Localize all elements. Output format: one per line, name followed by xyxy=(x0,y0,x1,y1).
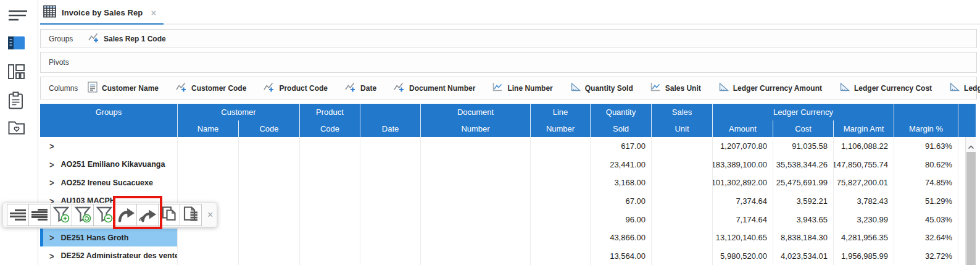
menu-icon[interactable] xyxy=(7,8,27,25)
empty-cell xyxy=(360,210,421,229)
header-customer-group[interactable]: Customer xyxy=(178,104,300,120)
measure-triangle-icon xyxy=(839,82,850,95)
measure-triangle-icon xyxy=(949,82,960,95)
chip-document-number[interactable]: Document Number xyxy=(393,82,475,95)
header-quantity-sold[interactable]: Sold xyxy=(591,120,652,137)
empty-cell xyxy=(652,156,713,174)
empty-cell xyxy=(300,246,360,265)
chip-ledger-currency-margin-amt[interactable]: Ledger Currency Margin Amt xyxy=(949,82,980,95)
header-sales-group[interactable]: Sales xyxy=(652,104,713,120)
header-sales-unit[interactable]: Unit xyxy=(652,120,713,137)
expand-chevron-icon[interactable]: > xyxy=(49,141,54,151)
chip-product-code[interactable]: Product Code xyxy=(263,82,328,95)
favorites-folder-icon[interactable] xyxy=(7,120,27,137)
header-amount[interactable]: Amount xyxy=(713,120,773,137)
group-label: DE252 Administrateur des ventes xyxy=(61,251,178,260)
dashboard-icon[interactable] xyxy=(7,64,27,81)
header-groups[interactable]: Groups xyxy=(40,104,178,120)
group-cell[interactable]: >DE252 Administrateur des ventes xyxy=(40,246,178,265)
empty-cell xyxy=(421,174,531,192)
header-document-group[interactable]: Document xyxy=(421,104,531,120)
collapse-level-button[interactable] xyxy=(7,204,29,226)
group-cell[interactable]: > xyxy=(40,137,178,156)
table-row[interactable]: >DE252 Administrateur des ventes 13,564.… xyxy=(40,246,976,265)
amount-cell: 1,207,070.80 xyxy=(713,137,773,156)
group-label: AO252 Ireneu Sucacuexe xyxy=(61,179,153,187)
header-quantity-group[interactable]: Quantity xyxy=(591,104,652,120)
margin-amt-cell: 3,230.99 xyxy=(834,210,894,229)
empty-cell xyxy=(178,174,239,192)
group-cell[interactable]: >AO252 Ireneu Sucacuexe xyxy=(40,174,178,192)
tab-invoice-by-sales-rep[interactable]: Invoice by Sales Rep × xyxy=(40,0,164,25)
table-row[interactable]: > 617.00 1,207,070.80 91,035.58 1,106,08… xyxy=(40,137,976,156)
group-cell[interactable]: >AO251 Emiliano Kikavuanga xyxy=(40,156,178,174)
chip-line-number[interactable]: Line Number xyxy=(492,82,552,95)
header-margin-amt[interactable]: Margin Amt xyxy=(834,120,894,137)
chip-quantity-sold[interactable]: Quantity Sold xyxy=(570,82,633,95)
table-row[interactable]: >AO252 Ireneu Sucacuexe 3,168.00 101,302… xyxy=(40,174,976,192)
group-cell[interactable]: >DE251 Hans Groth xyxy=(40,229,178,247)
quantity-sold-cell: 617.00 xyxy=(591,137,652,156)
header-document-number[interactable]: Number xyxy=(421,120,531,137)
add-filter-button[interactable] xyxy=(50,204,72,226)
grid-view-icon[interactable] xyxy=(7,36,27,53)
header-line-number[interactable]: Number xyxy=(531,120,591,137)
scrollbar-thumb[interactable] xyxy=(966,152,976,265)
header-date[interactable]: Date xyxy=(360,120,421,137)
toolbar-close-icon[interactable]: × xyxy=(207,209,213,221)
tab-close-icon[interactable]: × xyxy=(151,8,156,18)
chip-sales-unit[interactable]: Sales Unit xyxy=(650,82,701,95)
chip-date[interactable]: Date xyxy=(344,82,376,95)
empty-cell xyxy=(652,174,713,192)
empty-cell xyxy=(300,137,360,156)
header-product-code[interactable]: Code xyxy=(300,120,360,137)
empty-cell xyxy=(300,210,360,229)
empty-cell xyxy=(360,229,421,247)
header-cost[interactable]: Cost xyxy=(773,120,834,137)
cost-cell: 3,943.65 xyxy=(773,210,834,229)
table-row[interactable]: >AO251 Emiliano Kikavuanga 23,441.00 183… xyxy=(40,156,976,174)
header-line-group[interactable]: Line xyxy=(531,104,591,120)
filter-refresh-icon xyxy=(74,205,91,225)
header-customer-code[interactable]: Code xyxy=(239,120,300,137)
vertical-scrollbar[interactable] xyxy=(965,137,976,265)
empty-cell xyxy=(421,229,531,247)
chip-customer-code[interactable]: Customer Code xyxy=(175,82,246,95)
header-ledger-currency-group[interactable]: Ledger Currency xyxy=(713,104,894,120)
empty-cell xyxy=(360,246,421,265)
chip-ledger-currency-amount[interactable]: Ledger Currency Amount xyxy=(718,82,822,95)
expand-level-button[interactable] xyxy=(28,204,51,226)
table-row-selected[interactable]: >DE251 Hans Groth 43,866.00 13,120,140.6… xyxy=(40,229,976,247)
chip-ledger-currency-cost[interactable]: Ledger Currency Cost xyxy=(839,82,932,95)
chip-label: Ledger Currency Amount xyxy=(733,84,822,93)
empty-cell xyxy=(421,137,531,156)
empty-cell xyxy=(531,137,591,156)
empty-cell xyxy=(652,246,713,265)
expand-level-icon xyxy=(31,209,48,221)
amount-cell: 13,120,140.65 xyxy=(713,229,773,247)
expand-chevron-icon[interactable]: > xyxy=(49,232,54,243)
scroll-up-icon[interactable] xyxy=(968,141,974,152)
header-product-group[interactable]: Product xyxy=(300,104,360,120)
amount-cell: 183,389,100.00 xyxy=(713,156,773,174)
clipboard-icon[interactable] xyxy=(7,91,27,109)
remove-filter-button[interactable] xyxy=(93,204,115,226)
expand-chevron-icon[interactable]: > xyxy=(49,177,54,188)
copy-with-values-button[interactable] xyxy=(180,204,202,226)
chip-sales-rep-1-code[interactable]: Sales Rep 1 Code xyxy=(88,32,166,46)
empty-cell xyxy=(652,210,713,229)
margin-amt-cell: 4,281,956.35 xyxy=(834,229,894,247)
amount-cell: 5,980,520.00 xyxy=(713,246,773,265)
floating-toolbar: × xyxy=(2,203,217,227)
quantity-sold-cell: 67.00 xyxy=(591,192,652,211)
header-customer-name[interactable]: Name xyxy=(178,120,239,137)
chip-label: Document Number xyxy=(409,84,475,93)
empty-cell xyxy=(300,229,360,247)
margin-pct-cell: 32.72% xyxy=(894,246,958,265)
chip-customer-name[interactable]: Customer Name xyxy=(88,82,159,95)
margin-pct-cell: 45.03% xyxy=(894,210,958,229)
expand-chevron-icon[interactable]: > xyxy=(49,251,54,261)
header-margin-pct[interactable]: Margin % xyxy=(894,120,958,137)
refresh-filter-button[interactable] xyxy=(72,204,94,226)
expand-chevron-icon[interactable]: > xyxy=(49,159,54,170)
